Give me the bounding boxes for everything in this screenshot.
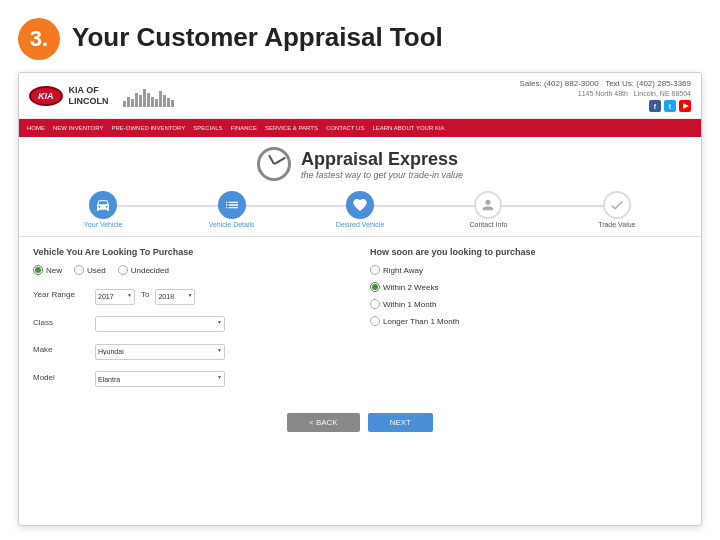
- step-circle-2: [218, 191, 246, 219]
- class-row: Class: [33, 313, 350, 333]
- appraisal-title-text: Appraisal Express the fastest way to get…: [301, 149, 463, 180]
- steps-bar: Your Vehicle Vehicle Details Desired Veh…: [19, 187, 701, 237]
- clock-hand-minute: [274, 157, 286, 165]
- step-contact-info: Contact Info: [424, 191, 552, 228]
- radio-2weeks-label: Within 2 Weeks: [383, 283, 438, 292]
- right-section-title: How soon are you looking to purchase: [370, 247, 687, 257]
- model-row: Model Elantra: [33, 368, 350, 388]
- back-button[interactable]: < BACK: [287, 413, 360, 432]
- step-label-5: Trade Value: [598, 221, 635, 228]
- youtube-icon[interactable]: ▶: [679, 100, 691, 112]
- kia-address: 1145 North 48th Lincoln, NE 68504: [519, 90, 691, 97]
- facebook-icon[interactable]: f: [649, 100, 661, 112]
- step-label-4: Contact Info: [470, 221, 508, 228]
- class-label: Class: [33, 318, 89, 327]
- year-from-select[interactable]: 2017: [95, 289, 135, 305]
- year-range-label: Year Range: [33, 290, 89, 299]
- step-circle-5: [603, 191, 631, 219]
- nav-home[interactable]: HOME: [23, 125, 49, 131]
- kia-header-right: Sales: (402) 882-3000 Text Us: (402) 285…: [519, 79, 691, 112]
- condition-radio-group: New Used Undecided: [33, 265, 350, 275]
- make-wrapper: Hyundai: [95, 340, 225, 360]
- step-label-2: Vehicle Details: [209, 221, 255, 228]
- year-from-wrapper: 2017: [95, 285, 135, 305]
- next-button[interactable]: NEXT: [368, 413, 433, 432]
- radio-right-away-circle[interactable]: [370, 265, 380, 275]
- person-icon: [480, 197, 496, 213]
- timing-longer[interactable]: Longer Than 1 Month: [370, 316, 687, 326]
- kia-logo: KIA: [29, 86, 63, 106]
- nav-contact[interactable]: CONTACT US: [322, 125, 368, 131]
- nav-finance[interactable]: FINANCE: [227, 125, 261, 131]
- car-icon: [95, 197, 111, 213]
- radio-longer-label: Longer Than 1 Month: [383, 317, 459, 326]
- appraisal-subtitle: the fastest way to get your trade-in val…: [301, 170, 463, 180]
- kia-header: KIA KIA OFLINCOLN Sales: (402): [19, 73, 701, 119]
- condition-new[interactable]: New: [33, 265, 62, 275]
- nav-new-inventory[interactable]: NEW INVENTORY: [49, 125, 107, 131]
- step-number-badge: 3.: [18, 18, 60, 60]
- class-select[interactable]: [95, 316, 225, 332]
- radio-right-away-label: Right Away: [383, 266, 423, 275]
- heart-icon: [352, 197, 368, 213]
- checkmark-icon: [609, 197, 625, 213]
- step-desired-vehicle: Desired Vehicle: [296, 191, 424, 228]
- radio-1month-circle[interactable]: [370, 299, 380, 309]
- year-range-row: Year Range 2017 To 2018: [33, 285, 350, 305]
- appraisal-header: Appraisal Express the fastest way to get…: [19, 137, 701, 187]
- left-section-title: Vehicle You Are Looking To Purchase: [33, 247, 350, 257]
- timing-radio-group: Right Away Within 2 Weeks Within 1 Month: [370, 265, 687, 326]
- make-row: Make Hyundai: [33, 340, 350, 360]
- kia-logo-area: KIA KIA OFLINCOLN: [29, 85, 174, 107]
- nav-service[interactable]: SERVICE & PARTS: [261, 125, 322, 131]
- radio-1month-label: Within 1 Month: [383, 300, 436, 309]
- timing-within-1-month[interactable]: Within 1 Month: [370, 299, 687, 309]
- radio-used-circle[interactable]: [74, 265, 84, 275]
- appraisal-title: Appraisal Express: [301, 149, 463, 170]
- nav-about[interactable]: LEARN ABOUT YOUR KIA: [368, 125, 448, 131]
- phone-label: Sales: (402) 882-3000 Text Us: (402) 285…: [519, 79, 691, 88]
- list-icon: [224, 197, 240, 213]
- twitter-icon[interactable]: t: [664, 100, 676, 112]
- year-to-wrapper: 2018: [155, 285, 195, 305]
- step-label-1: Your Vehicle: [84, 221, 123, 228]
- radio-2weeks-circle[interactable]: [370, 282, 380, 292]
- radio-used-label: Used: [87, 266, 106, 275]
- year-to-select[interactable]: 2018: [155, 289, 195, 305]
- kia-nav: HOME NEW INVENTORY PRE-OWNED INVENTORY S…: [19, 119, 701, 137]
- condition-used[interactable]: Used: [74, 265, 106, 275]
- radio-undecided-label: Undecided: [131, 266, 169, 275]
- browser-mockup: KIA KIA OFLINCOLN Sales: (402): [18, 72, 702, 526]
- clock-icon: [257, 147, 291, 181]
- form-area: Vehicle You Are Looking To Purchase New …: [19, 237, 701, 405]
- step-circle-3: [346, 191, 374, 219]
- page-title: Your Customer Appraisal Tool: [72, 22, 443, 53]
- model-wrapper: Elantra: [95, 368, 225, 388]
- timing-within-2-weeks[interactable]: Within 2 Weeks: [370, 282, 687, 292]
- step-number-text: 3.: [30, 26, 48, 52]
- step-trade-value: Trade Value: [553, 191, 681, 228]
- timing-right-away[interactable]: Right Away: [370, 265, 687, 275]
- form-buttons: < BACK NEXT: [19, 405, 701, 442]
- nav-preowned[interactable]: PRE-OWNED INVENTORY: [107, 125, 189, 131]
- form-left: Vehicle You Are Looking To Purchase New …: [33, 247, 350, 395]
- kia-phone: Sales: (402) 882-3000 Text Us: (402) 285…: [519, 79, 691, 88]
- form-right: How soon are you looking to purchase Rig…: [370, 247, 687, 395]
- condition-undecided[interactable]: Undecided: [118, 265, 169, 275]
- radio-undecided-circle[interactable]: [118, 265, 128, 275]
- make-label: Make: [33, 345, 89, 354]
- radio-new-label: New: [46, 266, 62, 275]
- step-circle-1: [89, 191, 117, 219]
- nav-specials[interactable]: SPECIALS: [189, 125, 226, 131]
- radio-new-dot: [35, 267, 41, 273]
- social-icons: f t ▶: [519, 100, 691, 112]
- kia-dealer-name: KIA OFLINCOLN: [69, 85, 109, 107]
- step-circle-4: [474, 191, 502, 219]
- model-select[interactable]: Elantra: [95, 371, 225, 387]
- step-vehicle-details: Vehicle Details: [167, 191, 295, 228]
- to-label: To: [141, 290, 149, 299]
- radio-longer-circle[interactable]: [370, 316, 380, 326]
- step-label-3: Desired Vehicle: [336, 221, 385, 228]
- radio-new-circle[interactable]: [33, 265, 43, 275]
- make-select[interactable]: Hyundai: [95, 344, 225, 360]
